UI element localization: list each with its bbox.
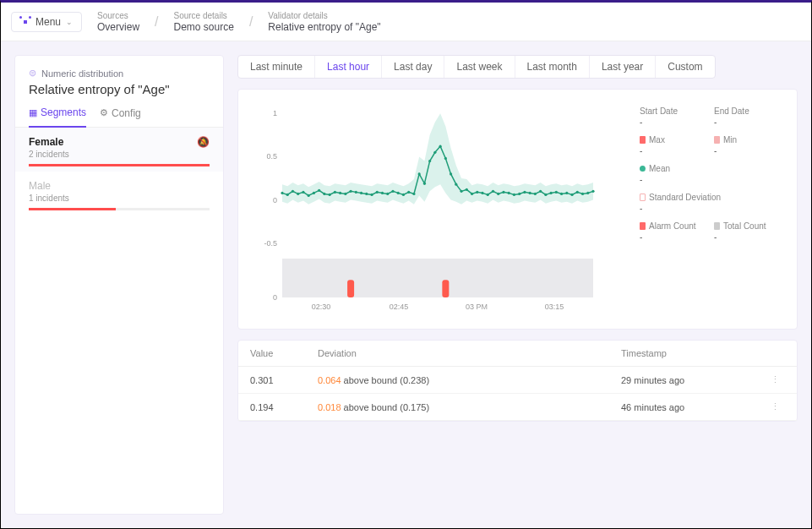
svg-point-55 xyxy=(550,192,553,194)
svg-point-21 xyxy=(370,194,373,196)
mute-icon[interactable]: 🔕 xyxy=(197,136,210,148)
svg-point-61 xyxy=(581,193,584,195)
svg-point-42 xyxy=(481,192,483,194)
breadcrumb[interactable]: Source details Demo source xyxy=(174,11,234,33)
cell-timestamp: 29 minutes ago xyxy=(621,375,765,385)
breadcrumb[interactable]: Sources Overview xyxy=(97,11,139,33)
cell-deviation: 0.064 above bound (0.238) xyxy=(318,375,621,385)
svg-point-31 xyxy=(423,183,426,185)
svg-point-50 xyxy=(523,191,526,194)
stat-min: Min- xyxy=(714,135,783,155)
svg-point-41 xyxy=(476,191,478,194)
svg-point-34 xyxy=(439,145,442,148)
time-tab-last-month[interactable]: Last month xyxy=(515,56,590,78)
stat-pip-icon xyxy=(640,222,646,230)
svg-point-11 xyxy=(318,189,320,192)
chevron-down-icon: ⌄ xyxy=(66,18,73,26)
svg-point-59 xyxy=(570,194,573,196)
table-header: Value Deviation Timestamp xyxy=(238,341,797,367)
svg-text:03:15: 03:15 xyxy=(545,303,564,311)
time-tab-last-day[interactable]: Last day xyxy=(382,56,444,78)
table-row[interactable]: 0.1940.018 above bound (0.175)46 minutes… xyxy=(238,394,797,421)
config-icon: ⚙ xyxy=(100,107,108,118)
table-row[interactable]: 0.3010.064 above bound (0.238)29 minutes… xyxy=(238,367,797,394)
chart-card: -0.500.51002:3002:4503 PM03:15 Start Dat… xyxy=(237,89,798,330)
svg-text:0.5: 0.5 xyxy=(266,152,277,161)
segment-incidents: 2 incidents xyxy=(29,150,210,159)
time-tab-last-minute[interactable]: Last minute xyxy=(238,56,315,78)
svg-point-19 xyxy=(360,192,362,194)
validator-title: Relative entropy of "Age" xyxy=(29,82,210,96)
svg-point-9 xyxy=(308,194,310,197)
svg-point-37 xyxy=(455,183,457,186)
svg-rect-67 xyxy=(442,280,449,297)
svg-point-46 xyxy=(502,191,504,194)
row-menu-icon[interactable]: ⋮ xyxy=(765,401,785,412)
svg-point-33 xyxy=(433,151,436,154)
validator-side-panel: ⊜ Numeric distribution Relative entropy … xyxy=(14,55,224,515)
svg-point-44 xyxy=(492,190,494,193)
menu-button[interactable]: Menu ⌄ xyxy=(11,12,82,32)
svg-point-17 xyxy=(349,190,352,193)
svg-point-16 xyxy=(344,193,346,195)
svg-point-38 xyxy=(460,190,462,193)
distribution-icon: ⊜ xyxy=(29,68,36,79)
svg-text:-0.5: -0.5 xyxy=(264,239,277,248)
chart-area: -0.500.51002:3002:4503 PM03:15 xyxy=(252,100,629,322)
svg-text:02:30: 02:30 xyxy=(312,303,331,311)
svg-point-35 xyxy=(444,157,447,160)
svg-text:02:45: 02:45 xyxy=(390,303,409,311)
svg-point-5 xyxy=(286,194,289,196)
side-tab-segments[interactable]: ▦Segments xyxy=(29,106,86,128)
cell-value: 0.301 xyxy=(250,375,318,385)
stat-pip-icon xyxy=(714,136,720,144)
time-tab-last-year[interactable]: Last year xyxy=(590,56,656,78)
svg-point-26 xyxy=(397,192,400,194)
svg-point-56 xyxy=(555,191,558,194)
app-logo-icon xyxy=(20,17,30,27)
incidents-table: Value Deviation Timestamp 0.3010.064 abo… xyxy=(237,340,798,422)
stat-start_date: Start Date- xyxy=(640,106,709,127)
cell-value: 0.194 xyxy=(250,402,318,412)
breadcrumb-separator: / xyxy=(249,14,253,30)
svg-point-29 xyxy=(412,193,415,195)
svg-point-22 xyxy=(376,191,379,194)
svg-point-27 xyxy=(402,194,405,196)
main-content: ⊜ Numeric distribution Relative entropy … xyxy=(1,41,811,528)
svg-point-54 xyxy=(544,194,547,196)
stat-pip-icon xyxy=(640,136,646,144)
svg-point-40 xyxy=(471,193,473,195)
side-tab-config[interactable]: ⚙Config xyxy=(100,106,141,127)
stat-end_date: End Date- xyxy=(714,106,783,127)
segment-incidents: 1 incidents xyxy=(29,194,210,203)
stat-total: Total Count- xyxy=(714,221,783,242)
svg-point-43 xyxy=(487,194,489,196)
segment-item[interactable]: Male1 incidents xyxy=(15,172,223,215)
svg-point-20 xyxy=(365,193,368,195)
svg-point-8 xyxy=(302,191,304,194)
svg-point-18 xyxy=(355,191,357,194)
svg-point-36 xyxy=(450,172,452,175)
stat-mean: Mean- xyxy=(640,164,783,184)
col-deviation: Deviation xyxy=(318,348,621,358)
stat-max: Max- xyxy=(640,135,709,155)
segment-bar xyxy=(29,164,210,166)
topbar: Menu ⌄ Sources Overview / Source details… xyxy=(1,3,811,41)
stat-alarm: Alarm Count- xyxy=(640,221,709,242)
svg-point-39 xyxy=(466,188,468,191)
col-timestamp: Timestamp xyxy=(621,348,765,358)
svg-point-6 xyxy=(292,190,294,193)
row-menu-icon[interactable]: ⋮ xyxy=(765,374,785,385)
time-tab-last-week[interactable]: Last week xyxy=(444,56,515,78)
time-tab-last-hour[interactable]: Last hour xyxy=(315,56,382,78)
metrics-chart[interactable]: -0.500.51002:3002:4503 PM03:15 xyxy=(252,100,598,319)
breadcrumb[interactable]: Validator details Relative entropy of "A… xyxy=(268,11,380,33)
time-tab-custom[interactable]: Custom xyxy=(656,56,714,78)
cell-timestamp: 46 minutes ago xyxy=(621,402,765,412)
segments-list: 🔕Female2 incidentsMale1 incidents xyxy=(15,128,223,215)
svg-point-25 xyxy=(391,190,394,193)
svg-point-23 xyxy=(381,192,384,194)
svg-point-7 xyxy=(297,193,299,195)
segment-item[interactable]: 🔕Female2 incidents xyxy=(15,128,223,172)
stat-pip-icon xyxy=(640,194,646,201)
